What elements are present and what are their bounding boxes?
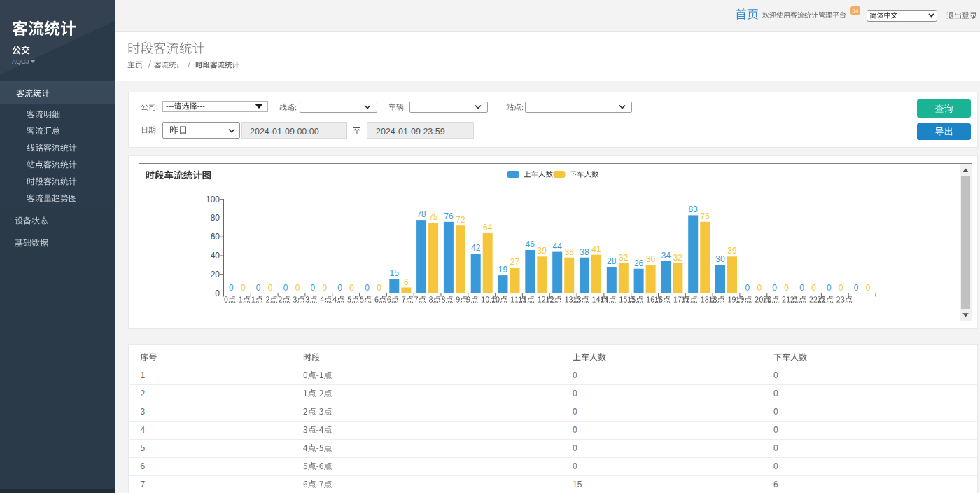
svg-text:0: 0 [772, 283, 777, 293]
svg-text:0: 0 [774, 389, 778, 398]
svg-text:0: 0 [256, 283, 261, 293]
svg-text:0: 0 [774, 370, 778, 380]
svg-text:0: 0 [774, 443, 778, 453]
svg-text:42: 42 [471, 243, 481, 253]
svg-text:80: 80 [211, 213, 220, 223]
svg-text:0: 0 [365, 283, 370, 293]
svg-text:0: 0 [827, 283, 832, 293]
svg-text:4: 4 [141, 425, 146, 435]
svg-text:46: 46 [526, 239, 536, 249]
svg-text:76: 76 [444, 211, 454, 221]
svg-text:38: 38 [565, 247, 575, 257]
svg-text:30: 30 [715, 254, 725, 264]
svg-text:0: 0 [310, 283, 315, 293]
svg-text:0: 0 [774, 425, 778, 435]
svg-text:0: 0 [284, 283, 288, 293]
svg-text:38: 38 [580, 247, 589, 257]
svg-text:28: 28 [607, 256, 617, 266]
svg-text:AQGJ: AQGJ [12, 58, 29, 65]
svg-text:0: 0 [774, 407, 778, 417]
svg-text:0: 0 [215, 289, 220, 298]
svg-text:3: 3 [141, 407, 146, 417]
svg-text:34: 34 [662, 251, 671, 261]
svg-text:83: 83 [689, 204, 699, 214]
svg-text:30: 30 [646, 254, 656, 264]
svg-text:0: 0 [573, 443, 578, 453]
svg-text:1: 1 [141, 370, 146, 380]
svg-text:0: 0 [573, 425, 578, 435]
svg-text:6: 6 [404, 277, 409, 287]
svg-text:6: 6 [141, 461, 146, 471]
svg-text:0: 0 [337, 283, 342, 293]
svg-text:0: 0 [757, 283, 762, 293]
svg-text:72: 72 [456, 215, 465, 225]
svg-text:2024-01-09 23:59: 2024-01-09 23:59 [376, 127, 445, 137]
svg-text:0: 0 [573, 389, 578, 398]
svg-text:0: 0 [573, 370, 578, 380]
svg-text:0: 0 [854, 283, 859, 293]
svg-text:5: 5 [141, 443, 146, 453]
svg-text:0: 0 [745, 283, 750, 293]
svg-text:6: 6 [774, 480, 778, 489]
svg-text:32: 32 [619, 253, 629, 263]
svg-text:0: 0 [349, 283, 354, 293]
svg-text:100: 100 [206, 195, 220, 204]
svg-text:0: 0 [322, 283, 327, 293]
svg-text:75: 75 [428, 212, 438, 222]
svg-text:0: 0 [866, 283, 871, 293]
svg-text:78: 78 [416, 209, 426, 219]
svg-text:32: 32 [673, 253, 683, 263]
svg-text:0: 0 [784, 283, 789, 293]
svg-text:39: 39 [538, 246, 547, 256]
svg-text:2: 2 [141, 389, 146, 398]
svg-text:0: 0 [268, 283, 273, 293]
svg-text:20: 20 [211, 270, 220, 279]
svg-text:0: 0 [377, 283, 382, 293]
svg-text:27: 27 [510, 257, 520, 267]
svg-text:0: 0 [573, 407, 578, 417]
svg-text:26: 26 [634, 258, 644, 268]
svg-text:34: 34 [853, 8, 859, 14]
svg-text:7: 7 [141, 480, 146, 489]
svg-text:15: 15 [573, 480, 582, 489]
svg-text:76: 76 [701, 211, 710, 221]
svg-text:0: 0 [811, 283, 816, 293]
svg-text:41: 41 [592, 244, 601, 254]
svg-text:0: 0 [229, 283, 234, 293]
svg-text:0: 0 [573, 461, 578, 471]
svg-text:2024-01-09 00:00: 2024-01-09 00:00 [250, 127, 319, 137]
svg-text:64: 64 [483, 223, 493, 232]
svg-text:0: 0 [799, 283, 804, 293]
svg-text:0: 0 [241, 283, 246, 293]
svg-text:19: 19 [498, 265, 508, 275]
svg-text:0: 0 [839, 283, 844, 293]
svg-text:39: 39 [727, 246, 737, 256]
svg-text:0: 0 [774, 461, 778, 471]
svg-text:0: 0 [295, 283, 300, 293]
svg-text:60: 60 [211, 232, 220, 242]
svg-text:15: 15 [390, 268, 400, 278]
svg-text:40: 40 [211, 251, 220, 261]
svg-text:44: 44 [553, 242, 563, 251]
